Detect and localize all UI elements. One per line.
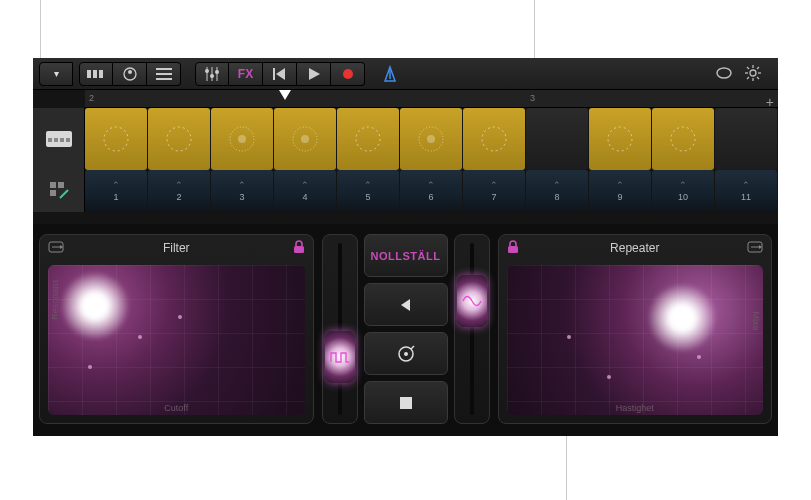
svg-point-4 [128,70,132,74]
xy-grid [507,265,764,415]
repeater-y-axis-label: Mixa [751,311,761,330]
svg-rect-14 [273,68,275,80]
svg-rect-52 [294,246,304,253]
loop-cell-6[interactable] [400,108,462,170]
chevron-up-icon: ⌃ [238,180,246,190]
step-10[interactable]: ⌃10 [652,170,714,212]
loop-cell-8[interactable] [526,108,588,170]
filter-xy-pad[interactable]: Resonans Cutoff [48,265,305,415]
svg-marker-15 [276,68,285,80]
step-number: 11 [741,192,751,202]
play-button[interactable] [297,62,331,86]
filter-randomize-button[interactable] [46,239,66,258]
svg-point-35 [104,127,128,151]
go-to-start-button[interactable] [263,62,297,86]
step-6[interactable]: ⌃6 [400,170,462,212]
step-7[interactable]: ⌃7 [463,170,525,212]
svg-rect-1 [93,70,97,78]
loop-cell-1[interactable] [85,108,147,170]
svg-rect-47 [50,182,56,188]
step-4[interactable]: ⌃4 [274,170,336,212]
metronome-icon [381,65,399,83]
svg-point-13 [215,70,219,74]
step-1[interactable]: ⌃1 [85,170,147,212]
mixer-button[interactable] [195,62,229,86]
scratch-button[interactable] [364,332,448,375]
loop-cell-3[interactable] [211,108,273,170]
ruler-mark-3: 3 [530,93,535,103]
loop-cell-5[interactable] [337,108,399,170]
settings-button[interactable] [744,64,762,84]
main-toolbar: ▾ FX [33,58,778,90]
step-number: 3 [239,192,244,202]
step-sequencer-row: ⌃1 ⌃2 ⌃3 ⌃4 ⌃5 ⌃6 ⌃7 ⌃8 ⌃9 ⌃10 ⌃11 [33,170,778,212]
svg-rect-49 [50,190,56,196]
record-button[interactable] [331,62,365,86]
svg-point-17 [343,69,353,79]
reset-button[interactable]: NOLLSTÄLL [364,234,448,277]
step-number: 9 [617,192,622,202]
chevron-up-icon: ⌃ [427,180,435,190]
svg-rect-57 [400,397,412,409]
step-11[interactable]: ⌃11 [715,170,777,212]
step-8[interactable]: ⌃8 [526,170,588,212]
svg-point-38 [238,135,246,143]
step-edit-button[interactable] [33,170,85,212]
step-5[interactable]: ⌃5 [337,170,399,212]
svg-point-40 [301,135,309,143]
metronome-button[interactable] [373,62,407,86]
swap-icon [46,239,66,255]
chevron-up-icon: ⌃ [742,180,750,190]
repeater-randomize-button[interactable] [745,239,765,258]
loop-cell-4[interactable] [274,108,336,170]
loop-icon [714,65,734,81]
step-number: 7 [491,192,496,202]
svg-line-29 [747,77,749,79]
filter-pad-title: Filter [163,241,190,255]
step-2[interactable]: ⌃2 [148,170,210,212]
reverse-button[interactable] [364,283,448,326]
svg-rect-7 [156,78,172,80]
loop-cell-7[interactable] [463,108,525,170]
view-list-button[interactable] [147,62,181,86]
repeater-xy-pad[interactable]: Mixa Hastighet [507,265,764,415]
slider-thumb [457,275,487,327]
sine-wave-icon [462,294,482,308]
skip-back-icon [273,67,287,81]
gater-slider[interactable] [322,234,358,424]
loop-cell-9[interactable] [589,108,651,170]
lock-icon [293,240,305,254]
step-3[interactable]: ⌃3 [211,170,273,212]
svg-line-27 [757,77,759,79]
svg-rect-48 [58,182,64,188]
step-9[interactable]: ⌃9 [589,170,651,212]
view-cells-button[interactable] [79,62,113,86]
drummer-icon [122,66,138,82]
drum-machine-icon [45,128,73,150]
repeater-lock-button[interactable] [507,240,519,257]
svg-marker-16 [309,68,320,80]
menu-dropdown-button[interactable]: ▾ [39,62,73,86]
filter-x-axis-label: Cutoff [164,403,188,413]
svg-point-43 [427,135,435,143]
wobble-slider[interactable] [454,234,490,424]
loop-cell-10[interactable] [652,108,714,170]
svg-point-11 [205,69,209,73]
loop-button[interactable] [714,65,734,83]
playhead-icon[interactable] [279,90,291,100]
timeline-ruler[interactable]: 2 3 [85,90,778,108]
svg-rect-34 [66,138,70,142]
stop-button[interactable] [364,381,448,424]
step-number: 2 [176,192,181,202]
loop-cell-11[interactable] [715,108,777,170]
svg-rect-32 [54,138,58,142]
view-drummer-button[interactable] [113,62,147,86]
cells-icon [87,68,105,80]
chevron-up-icon: ⌃ [364,180,372,190]
fx-button[interactable]: FX [229,62,263,86]
loop-cell-2[interactable] [148,108,210,170]
repeater-pad-container: Repeater Mixa Hastighet [498,234,773,424]
track-header-instrument[interactable] [33,108,85,170]
gear-icon [744,64,762,82]
filter-lock-button[interactable] [293,240,305,257]
